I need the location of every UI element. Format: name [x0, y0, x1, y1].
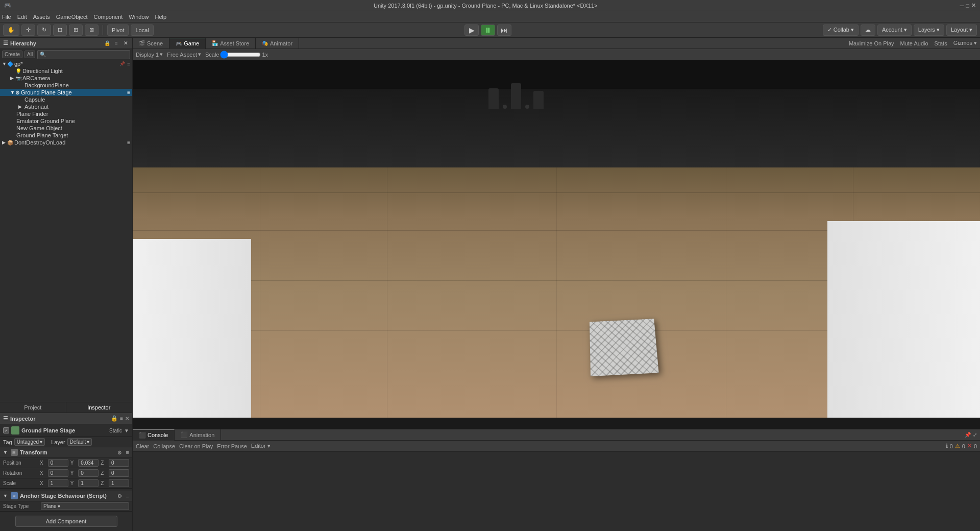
hierarchy-item-groundplanetarget[interactable]: Ground Plane Target [0, 132, 132, 139]
hierarchy-item-planefinder[interactable]: Plane Finder [0, 110, 132, 117]
position-y[interactable]: 0.034 [78, 459, 99, 467]
cloud-btn[interactable]: ☁ [861, 25, 875, 36]
menu-component[interactable]: Component [93, 14, 122, 20]
console-pin[interactable]: 📌 [965, 432, 971, 438]
scale-y[interactable]: 1 [78, 479, 99, 487]
transform-settings-icon[interactable]: ⚙ [117, 450, 122, 455]
scale-slider[interactable] [220, 52, 261, 57]
hierarchy-lock-btn[interactable]: 🔒 [104, 40, 111, 47]
gizmos-btn[interactable]: Gizmos ▾ [953, 40, 977, 46]
hierarchy-item-groundplanestage[interactable]: ▼ ⚙ Ground Plane Stage ≡ [0, 89, 132, 96]
animation-tab[interactable]: ⬛ Animation [175, 429, 221, 441]
stage-type-dropdown[interactable]: Plane ▾ [41, 502, 129, 510]
hand-tool-btn[interactable]: ✋ [3, 25, 19, 36]
step-btn[interactable]: ⏭ [497, 25, 511, 36]
rect-tool-btn[interactable]: ⊞ [69, 25, 83, 36]
hierarchy-item-capsule[interactable]: Capsule [0, 96, 132, 103]
hierarchy-item-emulatorgroundplane[interactable]: Emulator Ground Plane [0, 117, 132, 125]
layers-btn[interactable]: Layers ▾ [914, 25, 944, 36]
create-btn[interactable]: Create [2, 51, 22, 58]
move-tool-btn[interactable]: ✛ [21, 25, 35, 36]
anchor-gear[interactable]: ≡ [126, 493, 129, 499]
scale-tool-btn[interactable]: ⊡ [53, 25, 67, 36]
maximize-btn[interactable]: □ [966, 3, 969, 9]
transform-icon: ⊞ [11, 449, 18, 456]
menu-window[interactable]: Window [129, 14, 149, 20]
collapse-btn[interactable]: Collapse [153, 443, 175, 449]
project-tab[interactable]: Project [0, 402, 66, 413]
close-btn[interactable]: ✕ [971, 2, 976, 9]
scale-x[interactable]: 1 [48, 479, 68, 487]
object-name[interactable]: Ground Plane Stage [21, 427, 107, 433]
position-z[interactable]: 0 [109, 459, 129, 467]
rotation-x[interactable]: 0 [48, 469, 68, 477]
scale-z[interactable]: 1 [109, 479, 129, 487]
hierarchy-item-directional-light[interactable]: 💡 Directional Light [0, 67, 132, 75]
gps-expand[interactable]: ≡ [127, 90, 130, 95]
maximize-on-play-btn[interactable]: Maximize On Play [849, 40, 894, 46]
clear-on-play-btn[interactable]: Clear on Play [179, 443, 213, 449]
menu-file[interactable]: File [2, 14, 11, 20]
all-btn[interactable]: All [24, 51, 35, 58]
hierarchy-search[interactable] [37, 50, 130, 59]
rotation-z[interactable]: 0 [109, 469, 129, 477]
warn-count: 0 [962, 443, 965, 449]
inspector-menu[interactable]: ≡ [120, 416, 123, 421]
hierarchy-menu-btn[interactable]: ≡ [113, 40, 120, 47]
console-resize[interactable]: ⤢ [973, 432, 977, 438]
scale-control[interactable]: Scale 1x [205, 52, 268, 58]
local-btn[interactable]: Local [131, 25, 153, 36]
transform-tool-btn[interactable]: ⊠ [85, 25, 99, 36]
hierarchy-item-astronaut[interactable]: ▶ Astronaut [0, 103, 132, 110]
play-btn[interactable]: ▶ [464, 25, 479, 36]
transform-gear[interactable]: ≡ [126, 449, 129, 455]
display-dropdown[interactable]: Display 1 ▾ [136, 51, 163, 58]
inspector-tab[interactable]: Inspector [66, 402, 133, 413]
tab-game[interactable]: 🎮 Game [169, 38, 206, 49]
add-component-btn[interactable]: Add Component [15, 516, 117, 527]
menu-help[interactable]: Help [155, 14, 166, 20]
console-tab[interactable]: ⬛ Console [133, 429, 175, 441]
hierarchy-item-arcamera[interactable]: ▶ 📷 ARCamera [0, 75, 132, 82]
inspector-lock[interactable]: 🔒 [111, 415, 118, 422]
menu-assets[interactable]: Assets [33, 14, 50, 20]
tag-dropdown[interactable]: Untagged ▾ [14, 438, 45, 446]
rotation-y[interactable]: 0 [78, 469, 99, 477]
position-x[interactable]: 0 [48, 459, 68, 467]
transform-component-header[interactable]: ▼ ⊞ Transform ⚙ ≡ [0, 447, 132, 458]
anchor-icon: # [11, 492, 18, 499]
editor-dropdown-btn[interactable]: Editor ▾ [251, 443, 271, 449]
anchor-stage-header[interactable]: ▼ # Anchor Stage Behaviour (Script) ⚙ ≡ [0, 491, 132, 501]
object-active-checkbox[interactable]: ✓ [3, 427, 9, 433]
error-pause-btn[interactable]: Error Pause [217, 443, 247, 449]
aspect-dropdown[interactable]: Free Aspect ▾ [167, 51, 201, 58]
minimize-btn[interactable]: ─ [960, 3, 964, 9]
tab-animator[interactable]: 🎭 Animator [256, 38, 299, 49]
clear-btn[interactable]: Clear [136, 443, 149, 449]
collab-btn[interactable]: ✓ Collab ▾ [823, 25, 859, 36]
layout-btn[interactable]: Layout ▾ [946, 25, 977, 36]
ddol-expand[interactable]: ≡ [127, 140, 130, 146]
display-label: Display 1 [136, 52, 159, 58]
hierarchy-item-gp[interactable]: ▼ 🔷 gp* 📌 ≡ [0, 60, 132, 67]
menu-edit[interactable]: Edit [17, 14, 27, 20]
static-dropdown[interactable]: ▼ [124, 428, 129, 433]
tab-asset-store[interactable]: 🏪 Asset Store [206, 38, 256, 49]
hierarchy-item-dontdestroyonload[interactable]: ▶ 📦 DontDestroyOnLoad ≡ [0, 139, 132, 146]
tab-scene[interactable]: 🎬 Scene [133, 38, 169, 49]
layer-dropdown[interactable]: Default ▾ [67, 438, 92, 446]
pause-btn[interactable]: ⏸ [481, 25, 495, 36]
hierarchy-item-newgameobject[interactable]: New Game Object [0, 125, 132, 132]
mute-audio-btn[interactable]: Mute Audio [900, 40, 928, 46]
inspector-close[interactable]: ✕ [125, 416, 129, 421]
rotate-tool-btn[interactable]: ↻ [37, 25, 51, 36]
hierarchy-item-backgroundplane[interactable]: BackgroundPlane [0, 82, 132, 89]
gp-expand[interactable]: ≡ [127, 61, 130, 67]
anchor-settings-icon[interactable]: ⚙ [117, 493, 122, 499]
hierarchy-close-btn[interactable]: ✕ [122, 40, 129, 47]
layer-label: Layer [51, 439, 65, 445]
pivot-btn[interactable]: Pivot [107, 25, 129, 36]
stats-btn[interactable]: Stats [935, 40, 947, 46]
account-btn[interactable]: Account ▾ [877, 25, 912, 36]
menu-gameobject[interactable]: GameObject [56, 14, 88, 20]
